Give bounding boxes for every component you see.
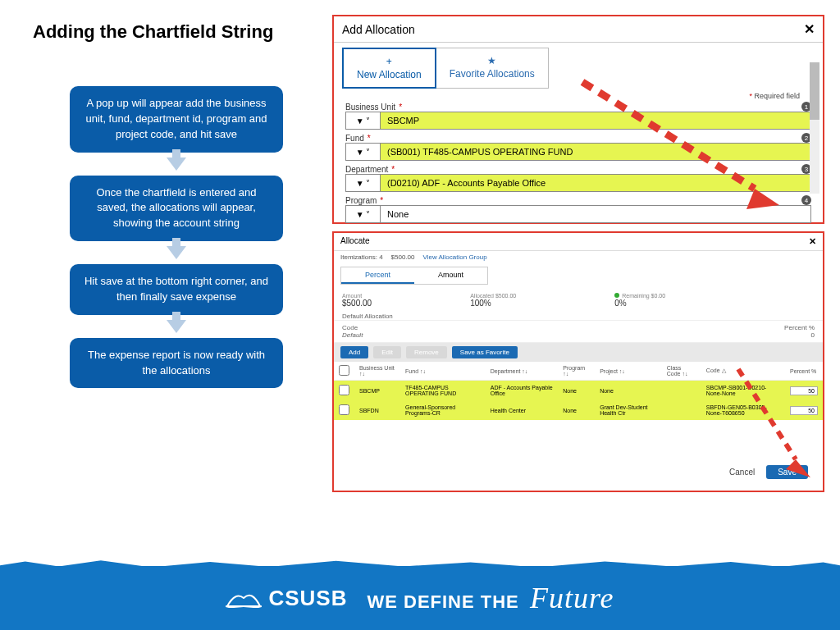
save-as-favorite-button[interactable]: Save as Favorite (452, 346, 518, 358)
select-all-checkbox[interactable] (339, 365, 349, 376)
column-header[interactable]: Code △ (701, 362, 785, 381)
page-title: Adding the Chartfield String (33, 21, 279, 43)
table-row[interactable]: SBCMPTF485-CAMPUS OPERATING FUNDADF - Ac… (334, 381, 823, 401)
amount-label: Amount (342, 293, 372, 299)
amount-value: $500.00 (342, 299, 372, 308)
field-value: (SB001) TF485-CAMPUS OPERATING FUND (381, 144, 810, 160)
mountain-icon (226, 588, 262, 608)
field-value: SBCMP (381, 112, 810, 129)
percent-input[interactable]: 50 (790, 386, 818, 395)
step-4: The expense report is now ready with the… (70, 338, 283, 389)
row-checkbox[interactable] (339, 385, 349, 395)
cancel-link[interactable]: Cancel (729, 468, 755, 477)
footer-banner: CSUSB WE DEFINE THE Future (0, 566, 840, 630)
field-label: Program *4 (345, 195, 811, 205)
remove-button[interactable]: Remove (406, 346, 447, 358)
allocate-modal: Allocate ✕ Itemizations: 4 $500.00 View … (332, 231, 824, 492)
row-checkbox[interactable] (339, 404, 349, 415)
arrow-icon (167, 158, 186, 171)
percent-amount-tabs: Percent Amount (340, 267, 488, 285)
field-label: Business Unit *1 (345, 102, 811, 112)
field-input[interactable]: ▼ ˅(D0210) ADF - Accounts Payable Office (345, 174, 811, 192)
csusb-logo: CSUSB (226, 586, 347, 611)
modal-title: Add Allocation (342, 23, 415, 36)
column-header[interactable]: Department ↑↓ (486, 362, 559, 381)
column-header[interactable]: Project ↑↓ (595, 362, 662, 381)
code-label: Code (342, 324, 363, 331)
tab-new-allocation[interactable]: + New Allocation (342, 48, 436, 89)
field-input[interactable]: ▼ ˅None (345, 205, 811, 223)
column-header[interactable] (334, 362, 354, 381)
field-value: None (381, 206, 810, 222)
filter-icon[interactable]: ▼ ˅ (346, 175, 381, 191)
column-header[interactable]: Percent % (785, 362, 823, 381)
add-allocation-modal: Add Allocation ✕ + New Allocation ★ Favo… (332, 15, 824, 224)
allocated-value: 100% (470, 299, 516, 308)
field-label: Fund *2 (345, 133, 811, 143)
field-input[interactable]: ▼ ˅(SB001) TF485-CAMPUS OPERATING FUND (345, 143, 811, 161)
itemizations-amount: $500.00 (391, 253, 415, 261)
plus-icon: + (386, 56, 392, 67)
default-allocation-label: Default Allocation (334, 313, 823, 320)
itemizations-count: Itemizations: 4 (340, 253, 383, 261)
field-label: Department *3 (345, 164, 811, 174)
default-percent: 0 (784, 331, 815, 339)
filter-icon[interactable]: ▼ ˅ (346, 206, 381, 222)
tab-favorite-allocations[interactable]: ★ Favorite Allocations (436, 48, 549, 89)
scrollbar[interactable] (810, 62, 819, 194)
remaining-label: Remaining $0.00 (614, 293, 665, 299)
step-1: A pop up will appear add the business un… (70, 86, 283, 153)
field-input[interactable]: ▼ ˅SBCMP (345, 112, 811, 130)
column-header[interactable]: Class Code ↑↓ (662, 362, 701, 381)
star-icon: ★ (487, 55, 496, 66)
column-header[interactable]: Business Unit ↑↓ (354, 362, 400, 381)
close-icon[interactable]: ✕ (804, 21, 815, 37)
view-allocation-group-link[interactable]: View Allocation Group (423, 253, 487, 261)
filter-icon[interactable]: ▼ ˅ (346, 144, 381, 160)
tab-amount[interactable]: Amount (414, 267, 487, 284)
close-icon[interactable]: ✕ (809, 236, 816, 247)
allocated-label: Allocated $500.00 (470, 293, 516, 299)
save-button[interactable]: Save (766, 465, 808, 479)
edit-button[interactable]: Edit (373, 346, 401, 358)
step-3: Hit save at the bottom right corner, and… (70, 264, 283, 315)
field-value: (D0210) ADF - Accounts Payable Office (381, 175, 810, 191)
step-2: Once the chartfield is entered and saved… (70, 176, 283, 242)
add-button[interactable]: Add (340, 346, 368, 358)
arrow-icon (167, 246, 186, 259)
flow-column: A pop up will appear add the business un… (66, 86, 287, 388)
filter-icon[interactable]: ▼ ˅ (346, 112, 381, 129)
allocation-table: Business Unit ↑↓Fund ↑↓Department ↑↓Prog… (334, 362, 823, 420)
column-header[interactable]: Fund ↑↓ (400, 362, 486, 381)
tagline: WE DEFINE THE Future (367, 581, 614, 615)
modal-title: Allocate (340, 236, 370, 247)
percent-input[interactable]: 50 (790, 406, 818, 415)
arrow-icon (167, 320, 186, 333)
column-header[interactable]: Program ↑↓ (558, 362, 595, 381)
required-field-note: Required field (334, 92, 823, 100)
default-code-value: Default (342, 331, 363, 339)
percent-header: Percent % (784, 324, 815, 331)
tab-percent[interactable]: Percent (341, 267, 414, 284)
table-row[interactable]: SBFDNGeneral-Sponsored Programs-CRHealth… (334, 400, 823, 420)
remaining-value: 0% (614, 299, 665, 308)
